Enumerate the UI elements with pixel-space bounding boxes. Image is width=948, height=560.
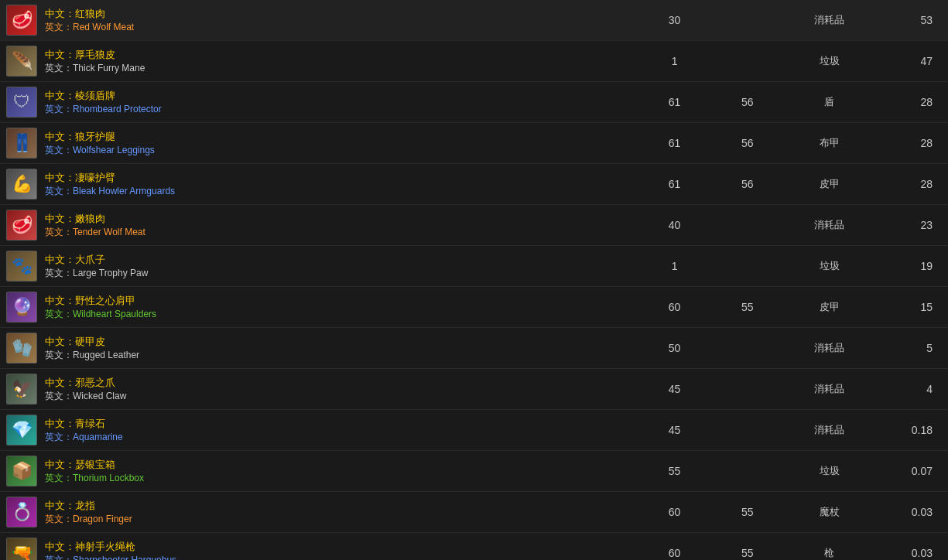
- item-names: 中文：棱须盾牌 英文：Rhombeard Protector: [45, 89, 162, 116]
- english-name: 英文：Thick Furry Mane: [45, 62, 145, 75]
- table-row[interactable]: 🪶 中文：厚毛狼皮 英文：Thick Furry Mane 1 垃圾 47: [0, 41, 948, 82]
- item-names: 中文：狼牙护腿 英文：Wolfshear Leggings: [45, 130, 155, 157]
- price-cell: 0.18: [875, 410, 948, 451]
- qty1-cell: 1: [638, 246, 711, 287]
- chinese-name: 中文：野性之心肩甲: [45, 294, 156, 308]
- price-cell: 28: [875, 123, 948, 164]
- table-row[interactable]: 🔮 中文：野性之心肩甲 英文：Wildheart Spaulders 60 55…: [0, 287, 948, 328]
- qty2-cell: [711, 369, 784, 410]
- table-row[interactable]: 🐾 中文：大爪子 英文：Large Trophy Paw 1 垃圾 19: [0, 246, 948, 287]
- qty2-cell: 55: [711, 287, 784, 328]
- table-row[interactable]: 💎 中文：青绿石 英文：Aquamarine 45 消耗品 0.18: [0, 410, 948, 451]
- price-cell: 5: [875, 328, 948, 369]
- item-name-cell: 🐾 中文：大爪子 英文：Large Trophy Paw: [0, 246, 638, 287]
- qty2-cell: 55: [711, 492, 784, 533]
- qty1-cell: 60: [638, 492, 711, 533]
- chinese-name: 中文：红狼肉: [45, 7, 134, 21]
- english-name: 英文：Rugged Leather: [45, 349, 139, 362]
- english-name: 英文：Red Wolf Meat: [45, 21, 134, 34]
- english-name: 英文：Thorium Lockbox: [45, 472, 144, 485]
- item-icon: 💍: [6, 497, 37, 528]
- qty2-cell: 56: [711, 123, 784, 164]
- english-name: 英文：Wolfshear Leggings: [45, 144, 155, 157]
- item-name-cell: 🥩 中文：嫩狼肉 英文：Tender Wolf Meat: [0, 205, 638, 246]
- qty2-cell: 56: [711, 82, 784, 123]
- item-name-cell: 🔮 中文：野性之心肩甲 英文：Wildheart Spaulders: [0, 287, 638, 328]
- qty1-cell: 40: [638, 205, 711, 246]
- chinese-name: 中文：大爪子: [45, 253, 148, 267]
- chinese-name: 中文：棱须盾牌: [45, 89, 162, 103]
- qty1-cell: 45: [638, 410, 711, 451]
- table-row[interactable]: 💪 中文：凄嚎护臂 英文：Bleak Howler Armguards 61 5…: [0, 164, 948, 205]
- table-row[interactable]: 💍 中文：龙指 英文：Dragon Finger 60 55 魔杖 0.03: [0, 492, 948, 533]
- item-names: 中文：邪恶之爪 英文：Wicked Claw: [45, 376, 126, 403]
- qty2-cell: [711, 328, 784, 369]
- item-icon: 🐾: [6, 251, 37, 282]
- item-icon: 👖: [6, 128, 37, 159]
- qty2-cell: [711, 246, 784, 287]
- item-names: 中文：神射手火绳枪 英文：Sharpshooter Harquebus: [45, 540, 176, 561]
- item-names: 中文：龙指 英文：Dragon Finger: [45, 499, 132, 526]
- qty1-cell: 60: [638, 533, 711, 561]
- qty1-cell: 61: [638, 164, 711, 205]
- chinese-name: 中文：厚毛狼皮: [45, 48, 145, 62]
- chinese-name: 中文：邪恶之爪: [45, 376, 126, 390]
- qty1-cell: 50: [638, 328, 711, 369]
- qty1-cell: 45: [638, 369, 711, 410]
- table-row[interactable]: 🔫 中文：神射手火绳枪 英文：Sharpshooter Harquebus 60…: [0, 533, 948, 561]
- table-row[interactable]: 🧤 中文：硬甲皮 英文：Rugged Leather 50 消耗品 5: [0, 328, 948, 369]
- item-names: 中文：瑟银宝箱 英文：Thorium Lockbox: [45, 458, 144, 485]
- price-cell: 53: [875, 0, 948, 41]
- item-icon: 🥩: [6, 210, 37, 241]
- qty1-cell: 60: [638, 287, 711, 328]
- type-cell: 皮甲: [784, 287, 875, 328]
- table-row[interactable]: 🛡 中文：棱须盾牌 英文：Rhombeard Protector 61 56 盾…: [0, 82, 948, 123]
- chinese-name: 中文：青绿石: [45, 417, 123, 431]
- type-cell: 盾: [784, 82, 875, 123]
- table-row[interactable]: 🥩 中文：红狼肉 英文：Red Wolf Meat 30 消耗品 53: [0, 0, 948, 41]
- item-names: 中文：大爪子 英文：Large Trophy Paw: [45, 253, 148, 280]
- item-icon: 🔮: [6, 292, 37, 323]
- price-cell: 0.03: [875, 533, 948, 561]
- qty2-cell: [711, 205, 784, 246]
- qty1-cell: 61: [638, 123, 711, 164]
- price-cell: 28: [875, 82, 948, 123]
- english-name: 英文：Rhombeard Protector: [45, 103, 162, 116]
- loot-table: 🥩 中文：红狼肉 英文：Red Wolf Meat 30 消耗品 53 🪶: [0, 0, 948, 560]
- item-names: 中文：红狼肉 英文：Red Wolf Meat: [45, 7, 134, 34]
- table-row[interactable]: 🦅 中文：邪恶之爪 英文：Wicked Claw 45 消耗品 4: [0, 369, 948, 410]
- item-name-cell: 🪶 中文：厚毛狼皮 英文：Thick Furry Mane: [0, 41, 638, 82]
- qty2-cell: [711, 451, 784, 492]
- item-names: 中文：野性之心肩甲 英文：Wildheart Spaulders: [45, 294, 156, 321]
- qty2-cell: [711, 410, 784, 451]
- type-cell: 垃圾: [784, 246, 875, 287]
- chinese-name: 中文：硬甲皮: [45, 335, 139, 349]
- english-name: 英文：Bleak Howler Armguards: [45, 185, 175, 198]
- chinese-name: 中文：狼牙护腿: [45, 130, 155, 144]
- type-cell: 消耗品: [784, 205, 875, 246]
- english-name: 英文：Wicked Claw: [45, 390, 126, 403]
- item-name-cell: 💎 中文：青绿石 英文：Aquamarine: [0, 410, 638, 451]
- item-name-cell: 👖 中文：狼牙护腿 英文：Wolfshear Leggings: [0, 123, 638, 164]
- qty2-cell: [711, 0, 784, 41]
- chinese-name: 中文：龙指: [45, 499, 132, 513]
- item-icon: 🛡: [6, 87, 37, 118]
- item-icon: 💪: [6, 169, 37, 200]
- item-icon: 💎: [6, 415, 37, 446]
- item-name-cell: 💍 中文：龙指 英文：Dragon Finger: [0, 492, 638, 533]
- table-row[interactable]: 🥩 中文：嫩狼肉 英文：Tender Wolf Meat 40 消耗品 23: [0, 205, 948, 246]
- type-cell: 消耗品: [784, 410, 875, 451]
- item-name-cell: 🧤 中文：硬甲皮 英文：Rugged Leather: [0, 328, 638, 369]
- price-cell: 19: [875, 246, 948, 287]
- item-icon: 📦: [6, 456, 37, 487]
- table-row[interactable]: 📦 中文：瑟银宝箱 英文：Thorium Lockbox 55 垃圾 0.07: [0, 451, 948, 492]
- item-icon: 🧤: [6, 333, 37, 364]
- english-name: 英文：Wildheart Spaulders: [45, 308, 156, 321]
- english-name: 英文：Tender Wolf Meat: [45, 226, 145, 239]
- qty1-cell: 1: [638, 41, 711, 82]
- chinese-name: 中文：瑟银宝箱: [45, 458, 144, 472]
- item-names: 中文：硬甲皮 英文：Rugged Leather: [45, 335, 139, 362]
- table-row[interactable]: 👖 中文：狼牙护腿 英文：Wolfshear Leggings 61 56 布甲…: [0, 123, 948, 164]
- type-cell: 皮甲: [784, 164, 875, 205]
- english-name: 英文：Dragon Finger: [45, 513, 132, 526]
